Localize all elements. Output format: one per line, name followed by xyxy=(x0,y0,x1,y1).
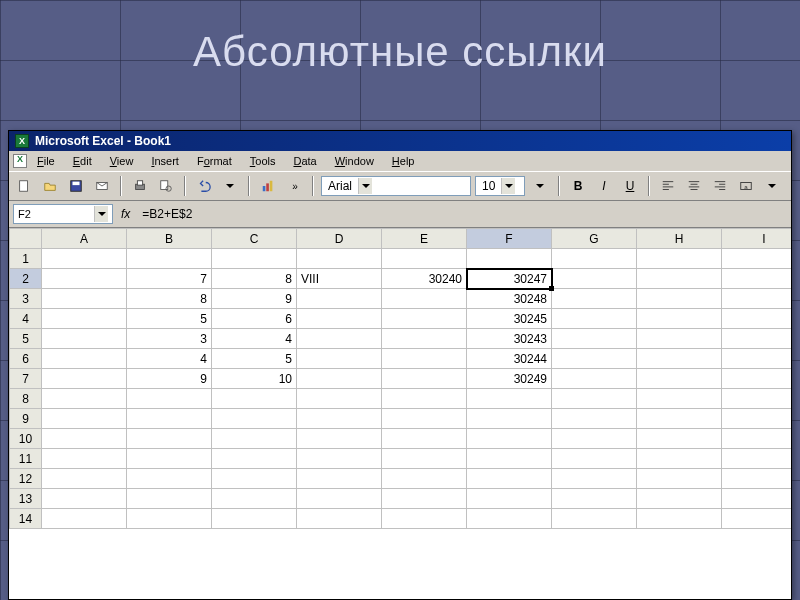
cell-G3[interactable] xyxy=(552,289,637,309)
cell-I10[interactable] xyxy=(722,429,792,449)
cell-D10[interactable] xyxy=(297,429,382,449)
cell-B1[interactable] xyxy=(127,249,212,269)
cell-H1[interactable] xyxy=(637,249,722,269)
cell-B9[interactable] xyxy=(127,409,212,429)
cell-A13[interactable] xyxy=(42,489,127,509)
cell-A9[interactable] xyxy=(42,409,127,429)
cell-E9[interactable] xyxy=(382,409,467,429)
cell-A6[interactable] xyxy=(42,349,127,369)
cell-I14[interactable] xyxy=(722,509,792,529)
cell-B3[interactable]: 8 xyxy=(127,289,212,309)
cell-H4[interactable] xyxy=(637,309,722,329)
column-header-G[interactable]: G xyxy=(552,229,637,249)
cell-B10[interactable] xyxy=(127,429,212,449)
spreadsheet-grid[interactable]: ABCDEFGHI1278VIII30240302473893024845630… xyxy=(9,228,791,599)
cell-D8[interactable] xyxy=(297,389,382,409)
cell-C7[interactable]: 10 xyxy=(212,369,297,389)
cell-F3[interactable]: 30248 xyxy=(467,289,552,309)
cell-H8[interactable] xyxy=(637,389,722,409)
undo-dropdown-icon[interactable] xyxy=(219,175,241,197)
cell-E10[interactable] xyxy=(382,429,467,449)
toolbar-expand-icon[interactable]: » xyxy=(283,175,305,197)
column-header-B[interactable]: B xyxy=(127,229,212,249)
cell-C13[interactable] xyxy=(212,489,297,509)
cell-G10[interactable] xyxy=(552,429,637,449)
row-header-3[interactable]: 3 xyxy=(10,289,42,309)
menu-view[interactable]: View xyxy=(102,153,142,169)
cell-C9[interactable] xyxy=(212,409,297,429)
cell-G7[interactable] xyxy=(552,369,637,389)
cell-C6[interactable]: 5 xyxy=(212,349,297,369)
column-header-A[interactable]: A xyxy=(42,229,127,249)
menu-data[interactable]: Data xyxy=(285,153,324,169)
menu-window[interactable]: Window xyxy=(327,153,382,169)
cell-H13[interactable] xyxy=(637,489,722,509)
cell-I8[interactable] xyxy=(722,389,792,409)
cell-D14[interactable] xyxy=(297,509,382,529)
row-header-2[interactable]: 2 xyxy=(10,269,42,289)
cell-A8[interactable] xyxy=(42,389,127,409)
cell-I3[interactable] xyxy=(722,289,792,309)
cell-G12[interactable] xyxy=(552,469,637,489)
cell-E5[interactable] xyxy=(382,329,467,349)
font-size-select[interactable]: 10 xyxy=(475,176,525,196)
cell-B6[interactable]: 4 xyxy=(127,349,212,369)
email-icon[interactable] xyxy=(91,175,113,197)
cell-D1[interactable] xyxy=(297,249,382,269)
cell-B13[interactable] xyxy=(127,489,212,509)
cell-C14[interactable] xyxy=(212,509,297,529)
cell-I13[interactable] xyxy=(722,489,792,509)
cell-E12[interactable] xyxy=(382,469,467,489)
cell-A3[interactable] xyxy=(42,289,127,309)
cell-H12[interactable] xyxy=(637,469,722,489)
cell-H6[interactable] xyxy=(637,349,722,369)
align-left-icon[interactable] xyxy=(657,175,679,197)
cell-F8[interactable] xyxy=(467,389,552,409)
menu-tools[interactable]: Tools xyxy=(242,153,284,169)
cell-D5[interactable] xyxy=(297,329,382,349)
cell-I9[interactable] xyxy=(722,409,792,429)
cell-A4[interactable] xyxy=(42,309,127,329)
cell-F7[interactable]: 30249 xyxy=(467,369,552,389)
cell-E3[interactable] xyxy=(382,289,467,309)
cell-E14[interactable] xyxy=(382,509,467,529)
cell-F12[interactable] xyxy=(467,469,552,489)
underline-button[interactable]: U xyxy=(619,175,641,197)
cell-G1[interactable] xyxy=(552,249,637,269)
save-icon[interactable] xyxy=(65,175,87,197)
cell-I12[interactable] xyxy=(722,469,792,489)
cell-C5[interactable]: 4 xyxy=(212,329,297,349)
column-header-I[interactable]: I xyxy=(722,229,792,249)
cell-I1[interactable] xyxy=(722,249,792,269)
cell-D2[interactable]: VIII xyxy=(297,269,382,289)
cell-B11[interactable] xyxy=(127,449,212,469)
column-header-H[interactable]: H xyxy=(637,229,722,249)
merge-center-icon[interactable]: a xyxy=(735,175,757,197)
row-header-4[interactable]: 4 xyxy=(10,309,42,329)
row-header-1[interactable]: 1 xyxy=(10,249,42,269)
column-header-F[interactable]: F xyxy=(467,229,552,249)
row-header-9[interactable]: 9 xyxy=(10,409,42,429)
cell-F11[interactable] xyxy=(467,449,552,469)
cell-F6[interactable]: 30244 xyxy=(467,349,552,369)
cell-D6[interactable] xyxy=(297,349,382,369)
row-header-14[interactable]: 14 xyxy=(10,509,42,529)
row-header-8[interactable]: 8 xyxy=(10,389,42,409)
cell-A5[interactable] xyxy=(42,329,127,349)
cell-B7[interactable]: 9 xyxy=(127,369,212,389)
menu-edit[interactable]: Edit xyxy=(65,153,100,169)
cell-I4[interactable] xyxy=(722,309,792,329)
cell-D3[interactable] xyxy=(297,289,382,309)
cell-I11[interactable] xyxy=(722,449,792,469)
cell-I2[interactable] xyxy=(722,269,792,289)
cell-G13[interactable] xyxy=(552,489,637,509)
align-center-icon[interactable] xyxy=(683,175,705,197)
cell-F4[interactable]: 30245 xyxy=(467,309,552,329)
cell-B12[interactable] xyxy=(127,469,212,489)
row-header-13[interactable]: 13 xyxy=(10,489,42,509)
cell-G6[interactable] xyxy=(552,349,637,369)
font-name-select[interactable]: Arial xyxy=(321,176,471,196)
cell-H10[interactable] xyxy=(637,429,722,449)
cell-E4[interactable] xyxy=(382,309,467,329)
chart-wizard-icon[interactable] xyxy=(257,175,279,197)
